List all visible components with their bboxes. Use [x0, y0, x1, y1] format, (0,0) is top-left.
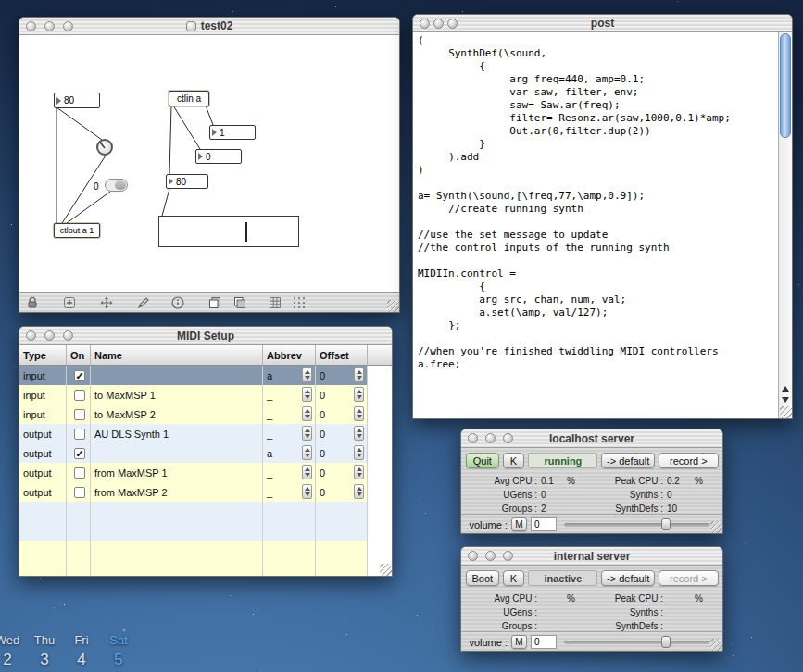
minimize-button[interactable] [433, 19, 444, 29]
value-stepper[interactable] [302, 426, 312, 441]
resize-grip[interactable] [387, 300, 399, 312]
resize-grip[interactable] [710, 639, 722, 651]
value-stepper[interactable] [302, 406, 312, 421]
number-readout[interactable]: 0 [94, 181, 99, 192]
calendar-days: WedThuFriSat [0, 633, 174, 647]
ctlin-object[interactable]: ctlin a [169, 91, 209, 106]
table-row[interactable]: inputto MaxMSP 1_0 [19, 385, 392, 404]
grid-icon[interactable] [268, 295, 282, 310]
slider-thumb [115, 180, 126, 190]
zoom-button[interactable] [63, 330, 73, 341]
stat-v1 [537, 605, 567, 619]
make-default-button[interactable]: -> default [601, 453, 654, 468]
value-stepper[interactable] [354, 406, 364, 421]
scrollbar-thumb[interactable] [780, 33, 791, 138]
internal-title-bar[interactable]: internal server [461, 547, 722, 566]
cell-offset [316, 502, 368, 521]
enabled-checkbox[interactable]: ✓ [74, 448, 85, 459]
post-title-bar[interactable]: post [413, 15, 792, 32]
value-stepper[interactable] [354, 426, 364, 441]
message-box-editing[interactable] [158, 216, 299, 247]
resize-grip[interactable] [780, 406, 792, 418]
table-row[interactable]: outputfrom MaxMSP 2_0 [19, 482, 392, 502]
scroll-down-button[interactable] [779, 394, 792, 405]
record-button[interactable]: record > [659, 570, 719, 586]
volume-slider-thumb[interactable] [661, 518, 671, 530]
minimize-button[interactable] [485, 433, 496, 443]
value-stepper[interactable] [302, 484, 312, 499]
info-icon[interactable] [170, 295, 185, 310]
midi-title-bar[interactable]: MIDI Setup [19, 327, 392, 345]
value-stepper[interactable] [302, 465, 312, 479]
close-button[interactable] [468, 433, 478, 443]
enabled-checkbox[interactable] [74, 390, 85, 401]
scroll-up-button[interactable] [779, 383, 792, 394]
value-stepper[interactable] [354, 445, 364, 460]
kill-button[interactable]: K [503, 570, 525, 586]
ctlout-object[interactable]: ctlout a 1 [54, 223, 100, 238]
localhost-title-bar[interactable]: localhost server [461, 429, 722, 448]
zoom-button[interactable] [63, 21, 73, 31]
bring-front-icon[interactable] [207, 295, 222, 310]
mute-button[interactable]: M [511, 517, 527, 531]
value-stepper[interactable] [302, 445, 312, 460]
mute-button[interactable]: M [511, 635, 527, 649]
value-stepper[interactable] [354, 465, 364, 479]
cell-name: to MaxMSP 1 [91, 385, 263, 404]
star [677, 1, 678, 2]
volume-field[interactable]: 0 [531, 517, 557, 531]
zoom-button[interactable] [503, 433, 513, 443]
table-row[interactable]: input✓a0 [19, 366, 392, 385]
move-icon[interactable] [99, 295, 114, 310]
resize-grip[interactable] [710, 521, 722, 533]
snap-grid-icon[interactable] [292, 295, 307, 310]
enabled-checkbox[interactable] [74, 429, 85, 440]
enabled-checkbox[interactable] [74, 467, 85, 479]
table-row[interactable]: inputto MaxMSP 2_0 [19, 404, 392, 424]
minimize-button[interactable] [44, 330, 55, 341]
send-back-icon[interactable] [232, 295, 247, 310]
number-box[interactable]: 1 [209, 125, 256, 140]
value-stepper[interactable] [302, 367, 312, 382]
table-row[interactable]: output✓a0 [19, 443, 392, 463]
make-default-button[interactable]: -> default [601, 570, 654, 586]
value-stepper[interactable] [354, 367, 364, 382]
value-stepper[interactable] [354, 387, 364, 402]
value-stepper[interactable] [354, 484, 364, 499]
close-button[interactable] [420, 19, 430, 29]
quit-button[interactable]: Quit [466, 453, 499, 468]
vertical-scrollbar[interactable] [778, 32, 792, 418]
number-box[interactable]: 80 [166, 174, 208, 189]
close-button[interactable] [26, 330, 36, 341]
patcher-title-bar[interactable]: test02 [19, 18, 399, 35]
number-box[interactable]: 80 [54, 93, 100, 108]
enabled-checkbox[interactable] [74, 487, 85, 498]
volume-slider-thumb[interactable] [661, 636, 671, 648]
dial-knob[interactable] [96, 139, 113, 156]
record-button[interactable]: record > [659, 453, 719, 468]
post-code[interactable]: ( SynthDef(\sound, { arg freq=440, amp=0… [418, 34, 776, 417]
table-row[interactable]: outputfrom MaxMSP 1_0 [19, 463, 392, 482]
boot-button[interactable]: Boot [466, 570, 499, 586]
pen-icon[interactable] [136, 295, 151, 310]
minimize-button[interactable] [485, 551, 496, 561]
value-stepper[interactable] [302, 387, 312, 402]
close-button[interactable] [468, 551, 478, 561]
table-row[interactable]: outputAU DLS Synth 1_0 [19, 424, 392, 443]
close-button[interactable] [26, 21, 36, 31]
kill-button[interactable]: K [503, 453, 525, 468]
minimize-button[interactable] [44, 21, 55, 31]
resize-grip[interactable] [380, 564, 392, 576]
abbrev-value: _ [267, 467, 272, 479]
enabled-checkbox[interactable] [74, 409, 85, 420]
volume-field[interactable]: 0 [531, 635, 557, 649]
patcher-canvas[interactable]: 80 ctlin a 1 0 80 0 ctlout a 1 [19, 35, 399, 292]
mini-slider[interactable] [105, 179, 128, 192]
enabled-checkbox[interactable]: ✓ [74, 370, 85, 381]
number-box[interactable]: 0 [195, 149, 242, 164]
zoom-button[interactable] [503, 551, 513, 561]
lock-icon[interactable] [25, 295, 40, 310]
zoom-button[interactable] [447, 19, 458, 29]
add-object-icon[interactable] [62, 295, 77, 310]
cell-offset: 0 [316, 424, 368, 443]
